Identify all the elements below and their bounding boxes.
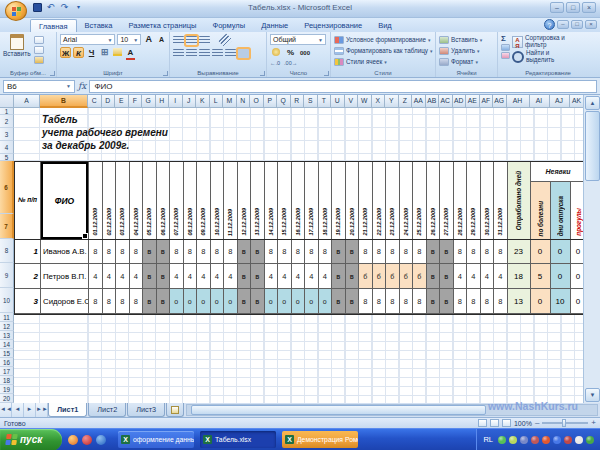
day-cell[interactable]: 4 bbox=[211, 264, 225, 288]
day-cell[interactable]: 8 bbox=[116, 240, 130, 263]
day-cell[interactable]: в bbox=[427, 289, 441, 313]
day-cell[interactable]: б bbox=[359, 264, 373, 288]
day-cell[interactable]: 8 bbox=[467, 240, 481, 263]
underline-button[interactable]: Ч bbox=[86, 47, 97, 58]
day-cell[interactable]: в bbox=[346, 289, 360, 313]
col-header-AF[interactable]: AF bbox=[480, 95, 494, 108]
day-cell[interactable]: 4 bbox=[305, 264, 319, 288]
day-cell[interactable]: о bbox=[319, 289, 333, 313]
row-header-4[interactable]: 4 bbox=[0, 141, 14, 154]
grid-cell[interactable] bbox=[14, 369, 40, 377]
day-cell[interactable]: 8 bbox=[373, 289, 387, 313]
grid-cell[interactable] bbox=[14, 396, 40, 403]
row-header-13[interactable]: 13 bbox=[0, 331, 14, 340]
grid-cell[interactable] bbox=[14, 378, 40, 386]
day-cell[interactable]: в bbox=[440, 264, 454, 288]
day-cell[interactable]: 4 bbox=[184, 264, 198, 288]
copy-icon[interactable] bbox=[34, 46, 44, 54]
cells-item[interactable]: Вставить▾ bbox=[439, 34, 495, 45]
name-box[interactable]: B6▼ bbox=[3, 80, 75, 93]
increase-decimal-icon[interactable]: ←.0 bbox=[270, 60, 280, 66]
col-header-Q[interactable]: Q bbox=[277, 95, 291, 108]
day-cell[interactable]: 8 bbox=[278, 240, 292, 263]
align-left-icon[interactable] bbox=[173, 49, 184, 58]
align-top-icon[interactable] bbox=[173, 36, 184, 45]
day-cell[interactable]: в bbox=[157, 240, 171, 263]
day-cell[interactable]: 8 bbox=[170, 240, 184, 263]
col-header-L[interactable]: L bbox=[210, 95, 224, 108]
day-cell[interactable]: 8 bbox=[103, 240, 117, 263]
grid-cell[interactable] bbox=[40, 154, 88, 160]
taskbar-window-button[interactable]: XДемонстрация Роме... bbox=[282, 431, 358, 448]
worked-total-cell[interactable]: 18 bbox=[508, 264, 531, 288]
font-color-icon[interactable]: А bbox=[125, 47, 136, 58]
day-cell[interactable]: 8 bbox=[494, 240, 508, 263]
ribbon-tab-Вид[interactable]: Вид bbox=[370, 19, 400, 32]
sick-total-cell[interactable]: 0 bbox=[531, 289, 551, 313]
col-header-B[interactable]: B bbox=[40, 95, 88, 108]
day-cell[interactable]: 8 bbox=[211, 240, 225, 263]
grid-cell[interactable] bbox=[40, 342, 88, 350]
day-cell[interactable]: о bbox=[170, 289, 184, 313]
cut-icon[interactable] bbox=[34, 36, 44, 44]
ribbon-tab-Вставка[interactable]: Вставка bbox=[77, 19, 121, 32]
day-cell[interactable]: 8 bbox=[103, 289, 117, 313]
ribbon-tab-Формулы[interactable]: Формулы bbox=[204, 19, 253, 32]
day-cell[interactable]: 8 bbox=[413, 240, 427, 263]
fill-color-icon[interactable] bbox=[112, 47, 123, 58]
day-cell[interactable]: в bbox=[143, 289, 157, 313]
align-middle-icon[interactable] bbox=[186, 36, 197, 45]
col-header-O[interactable]: O bbox=[250, 95, 264, 108]
day-cell[interactable]: 8 bbox=[197, 240, 211, 263]
day-cell[interactable]: 4 bbox=[292, 264, 306, 288]
day-cell[interactable]: 8 bbox=[400, 240, 414, 263]
col-header-W[interactable]: W bbox=[358, 95, 372, 108]
row-header-16[interactable]: 16 bbox=[0, 358, 14, 367]
day-cell[interactable]: о bbox=[305, 289, 319, 313]
day-cell[interactable]: о bbox=[184, 289, 198, 313]
sick-total-cell[interactable]: 5 bbox=[531, 264, 551, 288]
day-cell[interactable]: 8 bbox=[265, 240, 279, 263]
insert-function-icon[interactable]: ƒx bbox=[78, 81, 86, 91]
paste-button[interactable]: Вставить bbox=[3, 34, 31, 64]
sick-total-cell[interactable]: 0 bbox=[531, 240, 551, 263]
scroll-down-icon[interactable]: ▼ bbox=[585, 388, 600, 402]
font-size-select[interactable]: 10▼ bbox=[117, 34, 141, 45]
select-all-corner[interactable] bbox=[0, 95, 14, 108]
grid-cell[interactable] bbox=[40, 396, 88, 403]
grid-cell[interactable] bbox=[40, 324, 88, 332]
vacation-total-cell[interactable]: 0 bbox=[551, 240, 571, 263]
start-button[interactable]: пуск bbox=[0, 429, 62, 450]
day-cell[interactable]: 8 bbox=[89, 289, 103, 313]
minimize-button[interactable]: – bbox=[550, 2, 564, 13]
truancy-total-cell[interactable]: 0 bbox=[571, 264, 584, 288]
comma-style-button[interactable]: 000 bbox=[300, 50, 310, 56]
col-header-AJ[interactable]: AJ bbox=[550, 95, 570, 108]
day-cell[interactable]: 8 bbox=[305, 240, 319, 263]
day-cell[interactable]: 8 bbox=[481, 289, 495, 313]
day-cell[interactable]: 4 bbox=[278, 264, 292, 288]
col-header-AD[interactable]: AD bbox=[453, 95, 467, 108]
day-cell[interactable]: в bbox=[157, 264, 171, 288]
col-header-V[interactable]: V bbox=[345, 95, 359, 108]
zoom-out-icon[interactable]: – bbox=[535, 419, 539, 427]
grid-cell[interactable] bbox=[14, 141, 40, 153]
day-cell[interactable]: 8 bbox=[292, 240, 306, 263]
styles-item[interactable]: Форматировать как таблицу▾ bbox=[334, 45, 433, 56]
grow-font-button[interactable]: A bbox=[143, 34, 154, 45]
help-icon[interactable]: ? bbox=[544, 19, 555, 30]
fio-header-selected-cell[interactable]: ФИО bbox=[41, 162, 89, 239]
day-cell[interactable]: 4 bbox=[224, 264, 238, 288]
language-indicator[interactable]: RL bbox=[483, 435, 493, 444]
grid-cell[interactable] bbox=[14, 387, 40, 395]
tray-icon[interactable] bbox=[509, 436, 517, 444]
merge-center-icon[interactable] bbox=[238, 49, 249, 58]
clipboard-dialog-launcher[interactable] bbox=[50, 71, 55, 76]
tray-icon[interactable] bbox=[575, 436, 583, 444]
day-cell[interactable]: 4 bbox=[89, 264, 103, 288]
row-header-2[interactable]: 2 bbox=[0, 115, 14, 128]
day-cell[interactable]: 8 bbox=[184, 240, 198, 263]
align-right-icon[interactable] bbox=[199, 49, 210, 58]
day-cell[interactable]: о bbox=[278, 289, 292, 313]
restore-button[interactable]: □ bbox=[566, 2, 580, 13]
